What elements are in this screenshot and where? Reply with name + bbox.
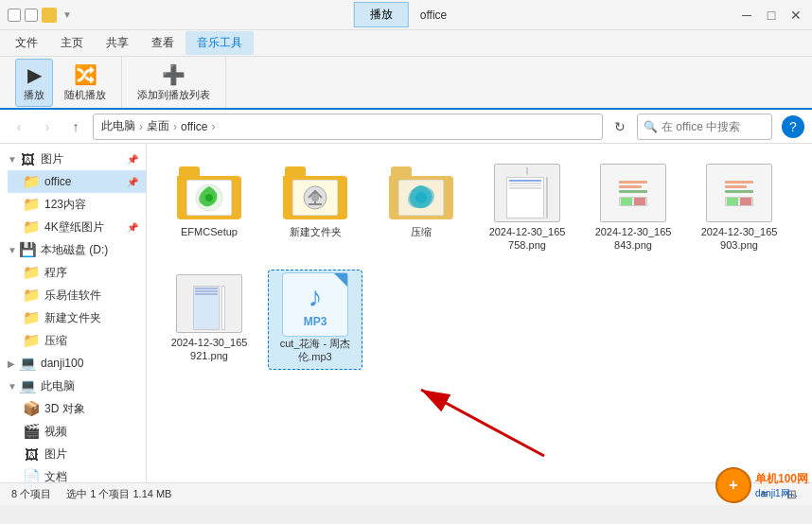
ribbon-group-add: ➕ 添加到播放列表 (122, 57, 226, 108)
sidebar-label-docs: 文档 (44, 469, 67, 483)
pin-icon3: 📌 (127, 222, 138, 233)
sidebar-label-office: office (44, 175, 71, 188)
ribbon-btn-shuffle[interactable]: 🔀 随机播放 (57, 60, 114, 106)
sidebar: ▼ 🖼 图片 📌 📁 office 📌 📁 123内容 📁 4K壁纸图片 📌 (0, 144, 147, 482)
search-input[interactable] (662, 120, 766, 133)
item-count: 8 个项目 (11, 487, 51, 501)
watermark: + 单机100网 danji1网... (715, 467, 808, 503)
office-folder-icon: 📁 (23, 173, 40, 190)
pin-icon2: 📌 (127, 177, 138, 187)
video-icon: 🎬 (23, 423, 40, 440)
sidebar-item-3d[interactable]: 📦 3D 对象 (8, 397, 146, 420)
sidebar-label-4k: 4K壁纸图片 (44, 219, 104, 236)
folder-123-icon: 📁 (23, 196, 40, 213)
maximize-button[interactable]: □ (763, 7, 780, 24)
sidebar-item-danji100[interactable]: ▶ 💻 danji100 (0, 352, 146, 375)
sidebar-item-leyijia[interactable]: 📁 乐易佳软件 (8, 284, 146, 306)
file-item-efmcsetup[interactable]: EFMCSetup (162, 159, 256, 258)
address-path[interactable]: 此电脑 › 桌面 › office › (93, 114, 603, 140)
mp3-thumb: ♪ MP3 (282, 276, 348, 333)
menu-view[interactable]: 查看 (140, 31, 185, 55)
path-sep3: › (211, 120, 215, 133)
sidebar-label-zip: 压缩 (44, 333, 67, 349)
watermark-logo: + (715, 467, 751, 503)
docs-icon: 📄 (23, 468, 40, 482)
file-item-zip[interactable]: 压缩 (374, 159, 468, 258)
refresh-button[interactable]: ↻ (609, 115, 631, 138)
mp3-note-icon: ♪ (309, 281, 323, 313)
sidebar-item-zip[interactable]: 📁 压缩 (8, 329, 146, 352)
search-box[interactable]: 🔍 (637, 114, 772, 140)
path-sep2: › (173, 120, 177, 133)
svg-line-6 (421, 390, 544, 456)
close-button[interactable]: ✕ (787, 7, 804, 24)
path-computer[interactable]: 此电脑 (101, 118, 135, 134)
file-item-screenshot3[interactable]: 2024-12-30_165903.png (692, 159, 786, 258)
programs-icon: 📁 (23, 264, 40, 281)
watermark-text: 单机100网 danji1网... (755, 471, 808, 500)
newfolder-icon: 📁 (23, 309, 40, 326)
sidebar-item-localdisk[interactable]: ▼ 💾 本地磁盘 (D:) (0, 238, 146, 261)
sidebar-label-leyijia: 乐易佳软件 (44, 288, 101, 304)
forward-button[interactable]: › (36, 115, 59, 138)
screenshot1-label: 2024-12-30_165758.png (489, 225, 566, 253)
sidebar-item-images[interactable]: 🖼 图片 (8, 443, 146, 465)
ribbon-btn-play[interactable]: ▶ 播放 (15, 59, 53, 107)
images-icon: 🖼 (23, 445, 40, 463)
file-item-screenshot4[interactable]: 2024-12-30_165921.png (162, 270, 256, 371)
title-tab-playing[interactable]: 播放 (354, 2, 409, 27)
zip-icon: 📁 (23, 332, 40, 349)
expand-arrow: ▼ (8, 154, 17, 165)
path-office[interactable]: office (181, 120, 207, 133)
file-item-screenshot1[interactable]: 2024-12-30_165758.png (480, 159, 574, 258)
menu-file[interactable]: 文件 (4, 31, 49, 55)
menu-home[interactable]: 主页 (49, 31, 95, 55)
menu-share[interactable]: 共享 (95, 31, 140, 55)
sidebar-item-office[interactable]: 📁 office 📌 (8, 170, 146, 193)
svg-point-4 (415, 192, 427, 203)
ribbon-shuffle-label: 随机播放 (64, 88, 106, 102)
sidebar-item-newfolder[interactable]: 📁 新建文件夹 (8, 306, 146, 329)
sidebar-item-programs[interactable]: 📁 程序 (8, 261, 146, 284)
mp3-type-label: MP3 (304, 315, 327, 328)
sidebar-section-thispc: 📦 3D 对象 🎬 视频 🖼 图片 📄 文档 ⬇ 下载 🎵 音乐 (0, 397, 146, 482)
path-desktop[interactable]: 桌面 (147, 118, 169, 134)
back-button[interactable]: ‹ (8, 115, 30, 138)
sidebar-item-docs[interactable]: 📄 文档 (8, 465, 146, 482)
expand-arrow3: ▶ (8, 358, 17, 369)
sidebar-item-4k[interactable]: 📁 4K壁纸图片 📌 (8, 216, 146, 238)
sidebar-section-pictures: 📁 office 📌 📁 123内容 📁 4K壁纸图片 📌 (0, 170, 146, 238)
window-icon2 (25, 9, 38, 22)
title-center: 播放 office (354, 2, 458, 27)
expand-arrow4: ▼ (8, 381, 17, 392)
sidebar-label-programs: 程序 (44, 265, 67, 281)
file-item-screenshot2[interactable]: 2024-12-30_165843.png (586, 159, 680, 258)
play-icon: ▶ (27, 63, 42, 86)
screenshot2-label: 2024-12-30_165843.png (595, 225, 672, 253)
ribbon-btn-add-playlist[interactable]: ➕ 添加到播放列表 (130, 60, 218, 106)
sidebar-item-pictures[interactable]: ▼ 🖼 图片 📌 (0, 148, 146, 170)
menu-bar: 文件 主页 共享 查看 音乐工具 (0, 30, 812, 57)
leyijia-icon: 📁 (23, 287, 40, 304)
sidebar-item-thispc[interactable]: ▼ 💻 此电脑 (0, 375, 146, 397)
sidebar-item-video[interactable]: 🎬 视频 (8, 420, 146, 443)
folder-4k-icon: 📁 (23, 218, 40, 236)
pin-icon: 📌 (127, 154, 138, 165)
sidebar-item-123[interactable]: 📁 123内容 (8, 193, 146, 216)
pictures-icon: 🖼 (19, 150, 36, 167)
ribbon: ▶ 播放 🔀 随机播放 ➕ 添加到播放列表 (0, 57, 812, 110)
zip-thumb (388, 165, 454, 221)
file-item-mp3[interactable]: ♪ MP3 cut_花海 - 周杰伦.mp3 (268, 270, 362, 371)
menu-music-tools[interactable]: 音乐工具 (185, 31, 254, 55)
sidebar-label-pictures: 图片 (41, 151, 63, 167)
screenshot4-thumb (176, 275, 242, 332)
shuffle-icon: 🔀 (74, 63, 97, 86)
danji-icon: 💻 (19, 355, 36, 372)
up-button[interactable]: ↑ (64, 115, 87, 138)
file-item-newfolder[interactable]: 新建文件夹 (268, 159, 362, 258)
minimize-button[interactable]: ─ (738, 7, 755, 24)
svg-point-1 (205, 194, 213, 201)
help-button[interactable]: ? (782, 115, 804, 138)
screenshot3-label: 2024-12-30_165903.png (701, 225, 778, 253)
status-bar: 8 个项目 选中 1 个项目 1.14 MB ≡ ⊞ + 单机100网 danj… (0, 482, 812, 505)
